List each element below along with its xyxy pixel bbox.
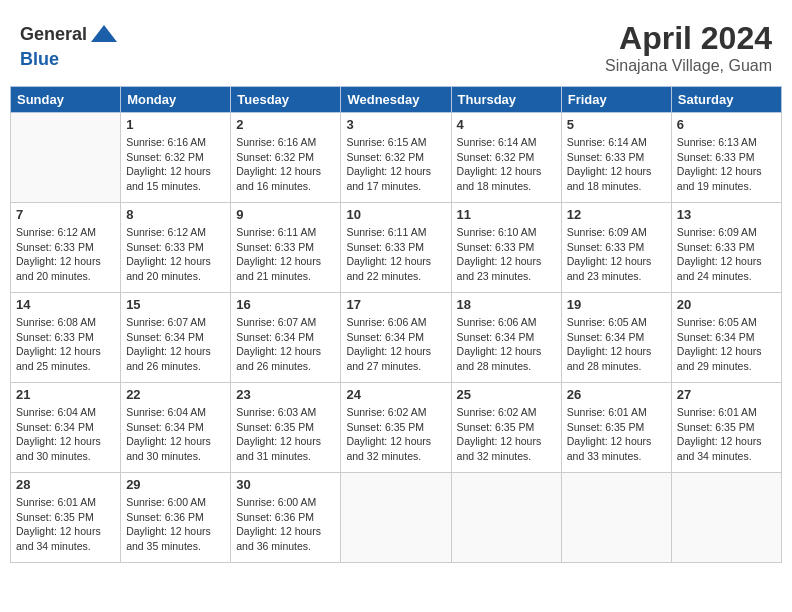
calendar-cell: 3Sunrise: 6:15 AMSunset: 6:32 PMDaylight… xyxy=(341,113,451,203)
calendar-cell: 15Sunrise: 6:07 AMSunset: 6:34 PMDayligh… xyxy=(121,293,231,383)
calendar-cell: 11Sunrise: 6:10 AMSunset: 6:33 PMDayligh… xyxy=(451,203,561,293)
calendar-cell: 6Sunrise: 6:13 AMSunset: 6:33 PMDaylight… xyxy=(671,113,781,203)
calendar-cell: 21Sunrise: 6:04 AMSunset: 6:34 PMDayligh… xyxy=(11,383,121,473)
calendar-cell: 2Sunrise: 6:16 AMSunset: 6:32 PMDaylight… xyxy=(231,113,341,203)
calendar-cell: 18Sunrise: 6:06 AMSunset: 6:34 PMDayligh… xyxy=(451,293,561,383)
calendar-cell: 13Sunrise: 6:09 AMSunset: 6:33 PMDayligh… xyxy=(671,203,781,293)
day-number: 17 xyxy=(346,297,445,312)
day-info: Sunrise: 6:10 AMSunset: 6:33 PMDaylight:… xyxy=(457,225,556,284)
day-info: Sunrise: 6:02 AMSunset: 6:35 PMDaylight:… xyxy=(457,405,556,464)
page-header: General Blue April 2024 Sinajana Village… xyxy=(10,10,782,80)
logo-general: General xyxy=(20,24,87,44)
day-number: 22 xyxy=(126,387,225,402)
day-info: Sunrise: 6:11 AMSunset: 6:33 PMDaylight:… xyxy=(236,225,335,284)
calendar-cell xyxy=(671,473,781,563)
day-number: 7 xyxy=(16,207,115,222)
calendar-cell: 10Sunrise: 6:11 AMSunset: 6:33 PMDayligh… xyxy=(341,203,451,293)
calendar-cell: 27Sunrise: 6:01 AMSunset: 6:35 PMDayligh… xyxy=(671,383,781,473)
day-number: 15 xyxy=(126,297,225,312)
calendar-cell xyxy=(11,113,121,203)
day-number: 24 xyxy=(346,387,445,402)
calendar-cell: 9Sunrise: 6:11 AMSunset: 6:33 PMDaylight… xyxy=(231,203,341,293)
calendar-cell: 5Sunrise: 6:14 AMSunset: 6:33 PMDaylight… xyxy=(561,113,671,203)
weekday-header: Monday xyxy=(121,87,231,113)
calendar-cell: 29Sunrise: 6:00 AMSunset: 6:36 PMDayligh… xyxy=(121,473,231,563)
day-info: Sunrise: 6:16 AMSunset: 6:32 PMDaylight:… xyxy=(126,135,225,194)
calendar-cell: 28Sunrise: 6:01 AMSunset: 6:35 PMDayligh… xyxy=(11,473,121,563)
svg-marker-0 xyxy=(91,25,117,42)
day-info: Sunrise: 6:07 AMSunset: 6:34 PMDaylight:… xyxy=(236,315,335,374)
day-number: 19 xyxy=(567,297,666,312)
day-number: 25 xyxy=(457,387,556,402)
day-number: 30 xyxy=(236,477,335,492)
day-number: 16 xyxy=(236,297,335,312)
day-info: Sunrise: 6:06 AMSunset: 6:34 PMDaylight:… xyxy=(457,315,556,374)
day-info: Sunrise: 6:11 AMSunset: 6:33 PMDaylight:… xyxy=(346,225,445,284)
day-number: 10 xyxy=(346,207,445,222)
weekday-header: Friday xyxy=(561,87,671,113)
day-info: Sunrise: 6:14 AMSunset: 6:33 PMDaylight:… xyxy=(567,135,666,194)
day-number: 28 xyxy=(16,477,115,492)
week-row: 1Sunrise: 6:16 AMSunset: 6:32 PMDaylight… xyxy=(11,113,782,203)
day-info: Sunrise: 6:01 AMSunset: 6:35 PMDaylight:… xyxy=(16,495,115,554)
day-info: Sunrise: 6:13 AMSunset: 6:33 PMDaylight:… xyxy=(677,135,776,194)
day-info: Sunrise: 6:03 AMSunset: 6:35 PMDaylight:… xyxy=(236,405,335,464)
day-info: Sunrise: 6:02 AMSunset: 6:35 PMDaylight:… xyxy=(346,405,445,464)
logo-text: General Blue xyxy=(20,20,119,70)
day-number: 1 xyxy=(126,117,225,132)
day-number: 29 xyxy=(126,477,225,492)
day-info: Sunrise: 6:05 AMSunset: 6:34 PMDaylight:… xyxy=(677,315,776,374)
calendar-cell: 4Sunrise: 6:14 AMSunset: 6:32 PMDaylight… xyxy=(451,113,561,203)
day-number: 5 xyxy=(567,117,666,132)
calendar-table: SundayMondayTuesdayWednesdayThursdayFrid… xyxy=(10,86,782,563)
month-year-title: April 2024 xyxy=(605,20,772,57)
calendar-cell: 26Sunrise: 6:01 AMSunset: 6:35 PMDayligh… xyxy=(561,383,671,473)
day-info: Sunrise: 6:16 AMSunset: 6:32 PMDaylight:… xyxy=(236,135,335,194)
day-number: 9 xyxy=(236,207,335,222)
day-number: 20 xyxy=(677,297,776,312)
week-row: 7Sunrise: 6:12 AMSunset: 6:33 PMDaylight… xyxy=(11,203,782,293)
logo-blue: Blue xyxy=(20,49,59,69)
day-info: Sunrise: 6:06 AMSunset: 6:34 PMDaylight:… xyxy=(346,315,445,374)
day-number: 6 xyxy=(677,117,776,132)
day-number: 23 xyxy=(236,387,335,402)
day-number: 18 xyxy=(457,297,556,312)
day-info: Sunrise: 6:09 AMSunset: 6:33 PMDaylight:… xyxy=(677,225,776,284)
week-row: 28Sunrise: 6:01 AMSunset: 6:35 PMDayligh… xyxy=(11,473,782,563)
day-info: Sunrise: 6:08 AMSunset: 6:33 PMDaylight:… xyxy=(16,315,115,374)
day-number: 13 xyxy=(677,207,776,222)
day-number: 14 xyxy=(16,297,115,312)
calendar-cell: 19Sunrise: 6:05 AMSunset: 6:34 PMDayligh… xyxy=(561,293,671,383)
logo: General Blue xyxy=(20,20,119,70)
day-info: Sunrise: 6:01 AMSunset: 6:35 PMDaylight:… xyxy=(567,405,666,464)
day-info: Sunrise: 6:01 AMSunset: 6:35 PMDaylight:… xyxy=(677,405,776,464)
calendar-cell: 14Sunrise: 6:08 AMSunset: 6:33 PMDayligh… xyxy=(11,293,121,383)
calendar-cell: 24Sunrise: 6:02 AMSunset: 6:35 PMDayligh… xyxy=(341,383,451,473)
weekday-header: Sunday xyxy=(11,87,121,113)
day-number: 8 xyxy=(126,207,225,222)
week-row: 21Sunrise: 6:04 AMSunset: 6:34 PMDayligh… xyxy=(11,383,782,473)
calendar-cell: 7Sunrise: 6:12 AMSunset: 6:33 PMDaylight… xyxy=(11,203,121,293)
day-number: 27 xyxy=(677,387,776,402)
day-number: 21 xyxy=(16,387,115,402)
calendar-cell: 20Sunrise: 6:05 AMSunset: 6:34 PMDayligh… xyxy=(671,293,781,383)
day-number: 2 xyxy=(236,117,335,132)
day-number: 3 xyxy=(346,117,445,132)
calendar-cell: 17Sunrise: 6:06 AMSunset: 6:34 PMDayligh… xyxy=(341,293,451,383)
weekday-header: Thursday xyxy=(451,87,561,113)
calendar-cell xyxy=(341,473,451,563)
day-info: Sunrise: 6:04 AMSunset: 6:34 PMDaylight:… xyxy=(16,405,115,464)
day-info: Sunrise: 6:09 AMSunset: 6:33 PMDaylight:… xyxy=(567,225,666,284)
calendar-cell: 25Sunrise: 6:02 AMSunset: 6:35 PMDayligh… xyxy=(451,383,561,473)
calendar-cell: 12Sunrise: 6:09 AMSunset: 6:33 PMDayligh… xyxy=(561,203,671,293)
day-info: Sunrise: 6:14 AMSunset: 6:32 PMDaylight:… xyxy=(457,135,556,194)
location-subtitle: Sinajana Village, Guam xyxy=(605,57,772,75)
week-row: 14Sunrise: 6:08 AMSunset: 6:33 PMDayligh… xyxy=(11,293,782,383)
weekday-header: Wednesday xyxy=(341,87,451,113)
day-info: Sunrise: 6:00 AMSunset: 6:36 PMDaylight:… xyxy=(126,495,225,554)
calendar-cell: 16Sunrise: 6:07 AMSunset: 6:34 PMDayligh… xyxy=(231,293,341,383)
day-info: Sunrise: 6:12 AMSunset: 6:33 PMDaylight:… xyxy=(126,225,225,284)
day-info: Sunrise: 6:04 AMSunset: 6:34 PMDaylight:… xyxy=(126,405,225,464)
calendar-cell: 1Sunrise: 6:16 AMSunset: 6:32 PMDaylight… xyxy=(121,113,231,203)
day-number: 4 xyxy=(457,117,556,132)
